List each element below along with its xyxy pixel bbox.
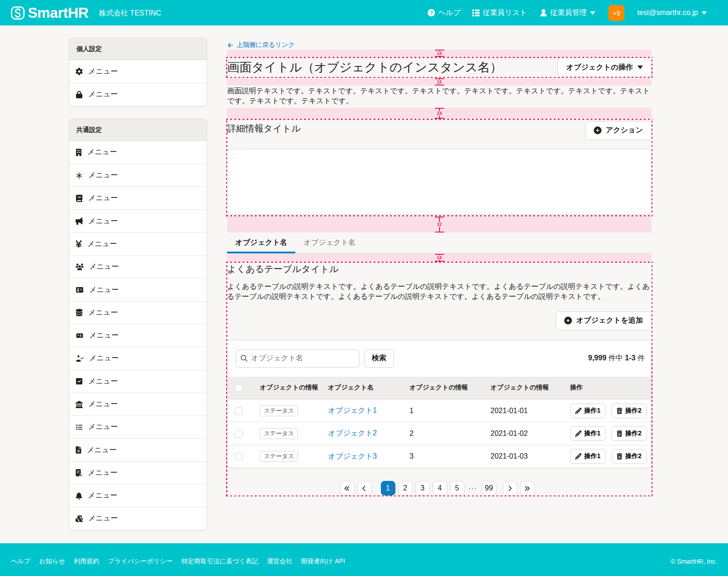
svg-text:?: ?: [430, 10, 433, 15]
